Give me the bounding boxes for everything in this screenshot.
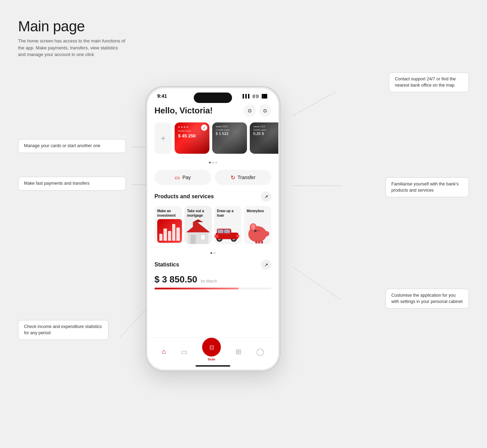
action-buttons: ▭ Pay ↻ Transfer	[154, 170, 271, 185]
svg-line-5	[293, 267, 341, 300]
svg-point-24	[262, 231, 269, 237]
stats-title: Statistics	[154, 262, 179, 268]
products-grid: Make an investment	[154, 206, 271, 244]
product-moneybox-label: Moneybox	[247, 209, 269, 213]
battery-icon: ▐█▌	[261, 94, 269, 98]
phone-content: Hello, Victoria! ⊙ ⊙ ＋ ✓	[147, 104, 278, 289]
pay-label: Pay	[182, 175, 191, 180]
app-header: Hello, Victoria! ⊙ ⊙	[154, 104, 271, 117]
carousel-dots	[154, 159, 271, 165]
svg-line-2	[293, 92, 336, 115]
products-dots	[154, 249, 271, 255]
stats-amount-row: $ 3 850.50 for March	[154, 274, 271, 285]
page-title-area: Main page The home screen has access to …	[18, 18, 126, 58]
product-loan-label: Draw up a loan	[217, 209, 239, 218]
cards-nav-icon: ▭	[181, 347, 187, 356]
scan-icon: ⊡	[209, 344, 214, 351]
svg-rect-19	[224, 230, 230, 233]
home-nav-icon: ⌂	[162, 347, 166, 355]
nav-home[interactable]: ⌂	[162, 347, 166, 355]
add-card-button[interactable]: ＋	[154, 122, 172, 154]
svg-rect-30	[261, 241, 263, 243]
greeting-text: Hello, Victoria!	[154, 106, 213, 115]
scan-label: Scan	[208, 358, 215, 361]
svg-rect-7	[190, 235, 195, 244]
car-icon	[214, 221, 242, 244]
profile-nav-icon: ◯	[256, 347, 264, 356]
menu-nav-icon: ⊞	[235, 347, 241, 356]
annotation-payments: Make fast payments and transfers	[18, 177, 126, 191]
card-selected-check: ✓	[201, 125, 207, 131]
status-icons: ▌▌▌ ((·)) ▐█▌	[243, 94, 269, 98]
svg-point-27	[251, 224, 255, 230]
product-moneybox[interactable]: Moneybox	[244, 206, 271, 244]
annotation-settings: Customise the application for you with s…	[385, 289, 469, 309]
location-icon: ⊙	[263, 108, 267, 113]
stats-amount: $ 3 850.50	[154, 274, 197, 285]
annotation-cards: Manage your cards or start another one	[18, 139, 126, 153]
annotation-support: Contact support 24/7 or find the nearest…	[389, 72, 469, 92]
svg-rect-31	[256, 230, 260, 231]
stats-bar-track	[154, 288, 271, 289]
header-icons: ⊙ ⊙	[244, 104, 271, 117]
card-debit-dark[interactable]: ●●●● 1205 Debit card 0,25 $	[250, 122, 278, 154]
svg-rect-29	[258, 241, 260, 243]
product-investment-label: Make an investment	[157, 209, 179, 218]
products-section: Products and services ↗ Make an investme…	[154, 191, 271, 255]
nav-cards[interactable]: ▭	[181, 347, 187, 356]
signal-icon: ▌▌▌	[243, 94, 251, 98]
nav-profile[interactable]: ◯	[256, 347, 264, 356]
page-title: Main page	[18, 18, 126, 35]
scan-button[interactable]: ⊡	[202, 338, 221, 357]
svg-rect-8	[201, 235, 205, 240]
products-header: Products and services ↗	[154, 191, 271, 202]
cards-carousel: ＋ ✓ ● ● ● ● Debit card $ 45 250 ●●●● 002…	[154, 122, 271, 154]
annotation-products: Familiarise yourself with the bank's pro…	[385, 177, 469, 197]
pay-button[interactable]: ▭ Pay	[154, 170, 211, 185]
products-expand-button[interactable]: ↗	[261, 191, 271, 202]
product-mortgage[interactable]: Take out a mortgage	[184, 206, 212, 244]
piggy-icon	[246, 220, 271, 243]
card-debit-red[interactable]: ✓ ● ● ● ● Debit card $ 45 250	[175, 122, 209, 154]
product-investment[interactable]: Make an investment	[154, 206, 182, 244]
svg-marker-11	[193, 219, 203, 222]
transfer-button[interactable]: ↻ Transfer	[215, 170, 271, 185]
stats-header: Statistics ↗	[154, 259, 271, 270]
product-investment-image	[157, 219, 182, 243]
svg-rect-28	[255, 241, 257, 243]
nav-menu[interactable]: ⊞	[235, 347, 241, 356]
face-id-button[interactable]: ⊙	[244, 104, 256, 117]
status-time: 9:41	[157, 93, 167, 99]
location-button[interactable]: ⊙	[259, 104, 271, 117]
svg-rect-21	[236, 235, 239, 237]
phone-inner: 9:41 ▌▌▌ ((·)) ▐█▌ Hello, Victoria! ⊙ ⊙	[147, 88, 278, 369]
statistics-section: Statistics ↗ $ 3 850.50 for March	[154, 259, 271, 289]
products-title: Products and services	[154, 193, 214, 200]
transfer-icon: ↻	[231, 174, 235, 181]
dynamic-island	[194, 93, 232, 103]
bottom-nav: ⌂ ▭ ⊡ Scan ⊞ ◯	[147, 337, 278, 369]
stats-period: for March	[201, 279, 217, 283]
svg-rect-10	[193, 222, 198, 229]
svg-rect-18	[217, 230, 223, 233]
house-icon	[184, 219, 212, 244]
annotation-statistics: Check income and expenditure statistics …	[18, 320, 109, 340]
page-subtitle: The home screen has access to the main f…	[18, 38, 126, 58]
home-bar	[195, 365, 230, 367]
nav-scan[interactable]: ⊡ Scan	[202, 342, 221, 361]
stats-bar-fill	[154, 288, 239, 289]
stats-expand-button[interactable]: ↗	[261, 259, 271, 270]
product-mortgage-label: Take out a mortgage	[187, 209, 209, 218]
transfer-label: Transfer	[238, 175, 256, 180]
wifi-icon: ((·))	[253, 94, 259, 98]
product-loan[interactable]: Draw up a loan	[214, 206, 242, 244]
svg-rect-20	[214, 235, 218, 238]
card-credit-gray[interactable]: ●●●● 0022 Credit card $ 1 522	[212, 122, 247, 154]
pay-icon: ▭	[175, 174, 180, 181]
phone-frame: 9:41 ▌▌▌ ((·)) ▐█▌ Hello, Victoria! ⊙ ⊙	[145, 86, 280, 371]
face-id-icon: ⊙	[248, 108, 252, 113]
